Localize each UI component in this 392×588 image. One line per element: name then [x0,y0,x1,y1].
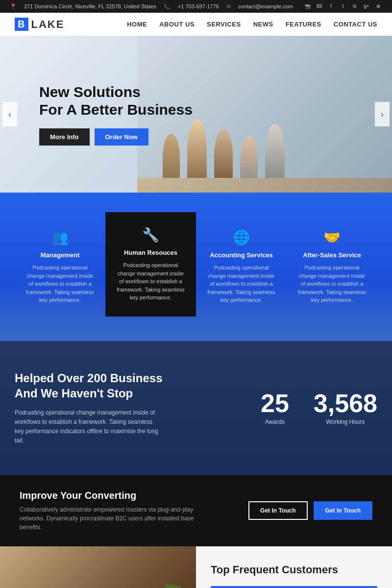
cta-text-block: Improve Your Converting Collaboratively … [20,490,248,532]
logo-letter: B [15,18,28,31]
customers-content: Top Frequent Customers — Start-up Levera… [196,546,392,588]
phone-text: +1 703-697-1776 [178,3,219,9]
nav-news[interactable]: NEWS [253,21,273,28]
email-icon: ✉ [226,3,231,10]
service-aftersales-desc: Podcasting operational change management… [296,264,368,304]
linkedin-icon[interactable]: in [351,2,359,10]
services-section: 👥 Management Podcasting operational chan… [0,193,392,341]
cta-outline-button[interactable]: Get In Touch [248,501,307,520]
behance-icon[interactable]: Bē [316,2,323,10]
order-now-button[interactable]: Order Now [95,128,148,146]
cta-section: Improve Your Converting Collaboratively … [0,475,392,546]
email-text: contact@example.com [238,3,293,9]
service-accounting-desc: Podcasting operational change management… [206,264,277,304]
logo[interactable]: B LAKE [15,18,64,31]
customers-title: Top Frequent Customers [211,564,377,576]
service-management: 👥 Management Podcasting operational chan… [15,217,105,317]
top-bar-contact: 📍 271 Dominica Circle, Niceville, FL 325… [10,3,293,10]
accounting-icon: 🌐 [206,229,277,245]
customers-section: Top Frequent Customers — Start-up Levera… [0,546,392,588]
cta-buttons: Get In Touch Get In Touch [248,501,372,520]
nav-contact[interactable]: CONTACT US [334,21,377,28]
stat-awards-number: 25 [261,391,289,416]
stats-text: Helped Over 200 Business And We Haven't … [15,370,241,446]
service-management-title: Management [24,251,96,259]
hero-title-line1: New Solutions [39,84,141,100]
google-plus-icon[interactable]: g+ [363,2,370,10]
more-info-button[interactable]: More Info [39,128,90,146]
hero-next-arrow[interactable]: › [375,102,390,126]
service-hr-title: Human Resouces [115,249,186,256]
service-aftersales-title: After-Sales Service [296,251,368,259]
stats-section: Helped Over 200 Business And We Haven't … [0,341,392,475]
cta-title: Improve Your Converting [20,490,248,501]
nav-services[interactable]: SERVICES [207,21,241,28]
service-hr: 🔧 Human Resouces Podcasting operational … [105,212,196,317]
stats-headline-1: Helped Over 200 Business [15,371,162,385]
nav-about[interactable]: ABOUT US [159,21,195,28]
service-accounting-title: Accounting Services [206,251,277,259]
instagram-icon[interactable]: 📷 [304,2,312,10]
hero-title: New Solutions For A Better Business [39,83,193,119]
twitter-icon[interactable]: t [339,2,347,10]
stat-hours: 3,568 Working Hours [314,391,377,425]
accordion-startup: — Start-up Leverage agile frameworks to … [211,586,377,588]
address-text: 271 Dominica Circle, Niceville, FL 32578… [24,3,156,9]
service-aftersales: 🤝 After-Sales Service Podcasting operati… [287,217,377,317]
person-5 [265,124,285,183]
stat-awards-label: Awards [261,418,289,425]
hr-icon: 🔧 [115,227,186,243]
rss-icon[interactable]: ⊕ [374,2,382,10]
stats-desc: Podcasting operational change management… [15,408,162,446]
stat-hours-number: 3,568 [314,391,377,416]
services-grid: 👥 Management Podcasting operational chan… [15,217,377,317]
nav-features[interactable]: FEATURES [286,21,321,28]
stats-numbers: 25 Awards 3,568 Working Hours [261,391,377,425]
cta-solid-button[interactable]: Get In Touch [314,501,372,520]
aftersales-icon: 🤝 [296,229,368,245]
top-bar: 📍 271 Dominica Circle, Niceville, FL 325… [0,0,392,13]
header: B LAKE HOME ABOUT US SERVICES NEWS FEATU… [0,13,392,36]
address-icon: 📍 [10,3,17,10]
management-icon: 👥 [24,229,96,245]
plant-decoration [157,556,186,588]
top-bar-social: 📷 Bē f t in g+ ⊕ [304,2,382,10]
hero-buttons: More Info Order Now [39,128,193,146]
person-3 [214,129,233,183]
hero-section: New Solutions For A Better Business More… [0,36,392,193]
accordion-startup-header[interactable]: — Start-up [211,586,377,588]
stats-headline: Helped Over 200 Business And We Haven't … [15,370,241,401]
logo-name: LAKE [31,18,64,31]
service-accounting: 🌐 Accounting Services Podcasting operati… [196,217,287,317]
stat-hours-label: Working Hours [314,418,377,425]
main-nav: HOME ABOUT US SERVICES NEWS FEATURES CON… [127,21,377,28]
nav-home[interactable]: HOME [127,21,147,28]
customers-image [0,546,196,588]
service-hr-desc: Podcasting operational change management… [115,261,186,302]
phone-icon: 📞 [164,3,171,10]
hero-content: New Solutions For A Better Business More… [0,83,193,146]
stats-headline-2: And We Haven't Stop [15,387,133,400]
person-4 [240,136,258,183]
stat-awards: 25 Awards [261,391,289,425]
table-shape [137,178,392,193]
hero-title-line2: For A Better Business [39,101,193,118]
facebook-icon[interactable]: f [327,2,335,10]
service-management-desc: Podcasting operational change management… [24,264,96,304]
cta-desc: Collaboratively administrate empowered m… [20,505,216,532]
